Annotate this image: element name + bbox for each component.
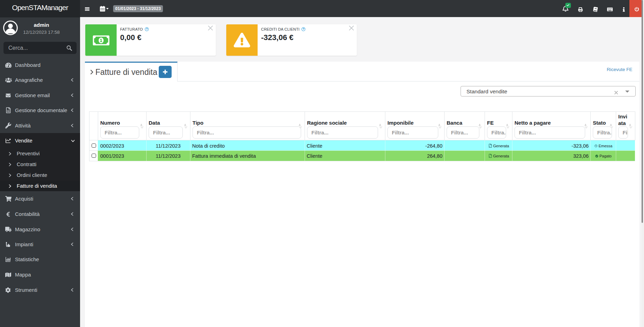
svg-text:×: × [489, 156, 490, 157]
svg-text:×: × [489, 146, 490, 147]
